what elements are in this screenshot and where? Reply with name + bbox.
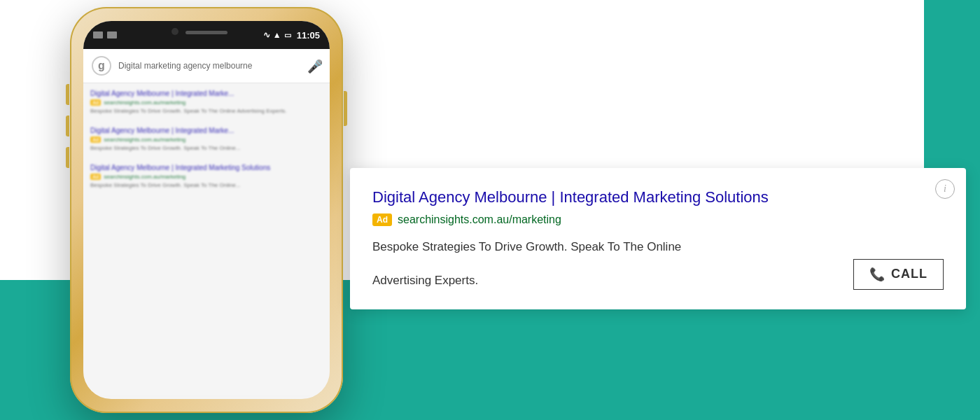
result-description: Bespoke Strategies To Drive Growth. Spea…	[90, 144, 323, 152]
search-query-text: Digital marketing agency melbourne	[118, 61, 300, 71]
ad-url-row: Ad searchinsights.com.au/marketing	[90, 99, 323, 106]
status-icon-2	[107, 31, 117, 38]
status-icon-1	[93, 31, 103, 38]
ad-badge: Ad	[372, 214, 392, 226]
phone-side-btn-left2	[66, 115, 69, 136]
result-url: searchinsights.com.au/marketing	[104, 174, 186, 180]
ad-url-row: Ad searchinsights.com.au/marketing	[372, 214, 944, 226]
result-url: searchinsights.com.au/marketing	[104, 136, 186, 143]
list-item: Digital Agency Melbourne | Integrated Ma…	[90, 89, 323, 115]
google-logo: g	[92, 56, 111, 76]
result-url: searchinsights.com.au/marketing	[104, 99, 186, 106]
phone-icon: 📞	[869, 267, 886, 282]
phone-side-btn-right	[344, 91, 347, 126]
signal-icon: ▲	[273, 30, 281, 40]
phone-search-bar[interactable]: g Digital marketing agency melbourne 🎤	[83, 49, 330, 83]
ad-badge: Ad	[90, 136, 101, 143]
clock-display: 11:05	[297, 30, 320, 41]
phone-status-bar: ∿ ▲ ▭ 11:05	[83, 21, 330, 49]
info-icon: i	[944, 183, 946, 195]
status-right-group: ∿ ▲ ▭ 11:05	[263, 30, 320, 41]
ad-description-line1: Bespoke Strategies To Drive Growth. Spea…	[372, 237, 944, 256]
list-item: Digital Agency Melbourne | Integrated Ma…	[90, 126, 323, 152]
phone-outer: ∿ ▲ ▭ 11:05 g Digital marketing agency m…	[70, 7, 343, 413]
wifi-icon: ∿	[263, 30, 270, 40]
mic-icon: 🎤	[307, 59, 321, 73]
ad-url: searchinsights.com.au/marketing	[398, 214, 561, 226]
list-item: Digital Agency Melbourne | Integrated Ma…	[90, 163, 323, 189]
status-icons-left	[93, 31, 117, 38]
phone-camera	[172, 28, 178, 35]
ad-bottom-row: Advertising Experts. 📞 CALL	[372, 259, 944, 290]
phone-side-btn-left3	[66, 147, 69, 168]
phone-results-list: Digital Agency Melbourne | Integrated Ma…	[83, 83, 330, 397]
call-button[interactable]: 📞 CALL	[853, 259, 944, 290]
info-button[interactable]: i	[935, 179, 955, 199]
result-title: Digital Agency Melbourne | Integrated Ma…	[90, 89, 323, 98]
result-description: Bespoke Strategies To Drive Growth. Spea…	[90, 181, 323, 189]
result-title: Digital Agency Melbourne | Integrated Ma…	[90, 126, 323, 135]
phone-speaker	[186, 31, 227, 34]
ad-badge: Ad	[90, 99, 101, 106]
ad-badge: Ad	[90, 174, 101, 180]
phone-inner: ∿ ▲ ▭ 11:05 g Digital marketing agency m…	[83, 21, 330, 399]
result-description: Bespoke Strategies To Drive Growth. Spea…	[90, 107, 323, 115]
ad-card: i Digital Agency Melbourne | Integrated …	[350, 168, 966, 309]
result-title: Digital Agency Melbourne | Integrated Ma…	[90, 163, 323, 172]
ad-description-line2: Advertising Experts.	[372, 271, 853, 290]
ad-url-row: Ad searchinsights.com.au/marketing	[90, 136, 323, 143]
phone-side-btn-left1	[66, 84, 69, 105]
call-button-label: CALL	[891, 267, 927, 281]
ad-card-title[interactable]: Digital Agency Melbourne | Integrated Ma…	[372, 188, 944, 208]
battery-icon: ▭	[284, 31, 291, 40]
ad-url-row: Ad searchinsights.com.au/marketing	[90, 174, 323, 180]
phone-container: ∿ ▲ ▭ 11:05 g Digital marketing agency m…	[28, 7, 385, 420]
